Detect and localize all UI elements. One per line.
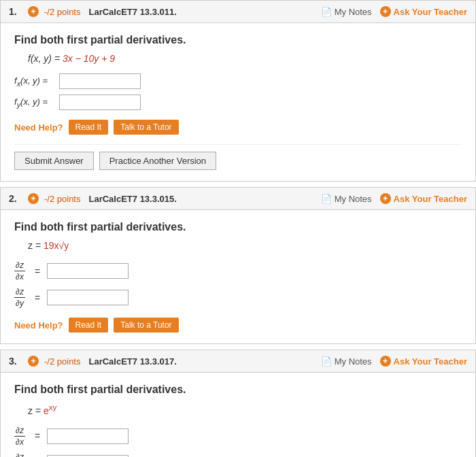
my-notes-btn-3[interactable]: 📄 My Notes — [321, 356, 372, 367]
plus-icon-1: + — [28, 6, 39, 17]
fraction-dzdy-3: ∂z ∂y — [14, 452, 25, 457]
problem-2-points: -/2 points — [44, 194, 80, 204]
problem-1-submit-row: Submit Answer Practice Another Version — [14, 144, 462, 170]
problem-3-input-dy: ∂z ∂y = — [14, 452, 462, 457]
ask-teacher-btn-1[interactable]: + Ask Your Teacher — [380, 6, 467, 17]
problem-2-id: LarCalcET7 13.3.015. — [88, 194, 176, 204]
my-notes-label-3: My Notes — [335, 356, 372, 367]
problem-1-header-right: 📄 My Notes + Ask Your Teacher — [321, 6, 467, 17]
input-dzdy-2[interactable] — [47, 290, 129, 305]
problem-1-need-help: Need Help? Read It Talk to a Tutor — [14, 120, 462, 135]
problem-1-header: 1. + -/2 points LarCalcET7 13.3.011. 📄 M… — [1, 1, 475, 23]
label-fx: fx(x, y) = — [14, 75, 55, 88]
read-it-btn-1[interactable]: Read It — [69, 120, 109, 135]
label-fy: fy(x, y) = — [14, 97, 55, 109]
fraction-dzdx-2: ∂z ∂x — [14, 260, 25, 282]
problem-2-input-dx: ∂z ∂x = — [14, 260, 462, 282]
input-dzdx-3[interactable] — [47, 428, 129, 444]
problem-1-title: Find both first partial derivatives. — [14, 34, 462, 46]
fraction-dzdy-2: ∂z ∂y — [14, 287, 25, 308]
problem-1-id: LarCalcET7 13.3.011. — [88, 7, 176, 17]
my-notes-btn-1[interactable]: 📄 My Notes — [321, 7, 372, 17]
input-dzdx-2[interactable] — [47, 263, 129, 279]
talk-tutor-btn-2[interactable]: Talk to a Tutor — [114, 318, 178, 333]
my-notes-label-2: My Notes — [335, 194, 372, 204]
problem-3-body: Find both first partial derivatives. z =… — [1, 373, 475, 457]
plus-icon-ask-1: + — [380, 6, 391, 17]
problem-2-body: Find both first partial derivatives. z =… — [1, 210, 475, 343]
problem-2-need-help: Need Help? Read It Talk to a Tutor — [14, 318, 462, 333]
eq2-value: 19x√y — [44, 240, 69, 251]
submit-btn-1[interactable]: Submit Answer — [14, 152, 94, 170]
plus-icon-ask-3: + — [380, 356, 391, 367]
plus-icon-3: + — [28, 356, 39, 367]
practice-btn-1[interactable]: Practice Another Version — [99, 152, 216, 170]
problem-3-input-dx: ∂z ∂x = — [14, 426, 462, 447]
eq1-label: f(x, y) = — [28, 53, 63, 64]
need-help-label-1: Need Help? — [14, 122, 63, 133]
problem-2-equation: z = 19x√y — [28, 240, 462, 251]
problem-3: 3. + -/2 points LarCalcET7 13.3.017. 📄 M… — [0, 350, 476, 457]
problem-3-id: LarCalcET7 13.3.017. — [88, 356, 176, 367]
ask-teacher-btn-3[interactable]: + Ask Your Teacher — [380, 356, 467, 367]
doc-icon-3: 📄 — [321, 356, 332, 367]
problem-1-number: 1. — [9, 6, 22, 17]
problem-2-input-dy: ∂z ∂y = — [14, 287, 462, 308]
ask-teacher-btn-2[interactable]: + Ask Your Teacher — [380, 193, 467, 204]
problem-1-input-fy: fy(x, y) = — [14, 95, 462, 110]
problem-1-body: Find both first partial derivatives. f(x… — [1, 23, 475, 181]
problem-2-title: Find both first partial derivatives. — [14, 221, 462, 233]
doc-icon-1: 📄 — [321, 7, 332, 17]
problem-3-header-right: 📄 My Notes + Ask Your Teacher — [321, 356, 467, 367]
problem-3-equation: z = exy — [28, 403, 462, 416]
problem-2-header-right: 📄 My Notes + Ask Your Teacher — [321, 193, 467, 204]
eq1-value: 3x − 10y + 9 — [63, 53, 115, 64]
problem-3-number: 3. — [9, 356, 22, 367]
doc-icon-2: 📄 — [321, 194, 332, 204]
ask-teacher-label-2: Ask Your Teacher — [394, 194, 467, 204]
ask-teacher-label-1: Ask Your Teacher — [394, 7, 467, 17]
need-help-label-2: Need Help? — [14, 320, 63, 331]
problem-2: 2. + -/2 points LarCalcET7 13.3.015. 📄 M… — [0, 187, 476, 344]
input-fy[interactable] — [59, 95, 141, 110]
problem-1-points: -/2 points — [44, 7, 80, 17]
my-notes-btn-2[interactable]: 📄 My Notes — [321, 194, 372, 204]
problem-3-header: 3. + -/2 points LarCalcET7 13.3.017. 📄 M… — [1, 350, 475, 373]
ask-teacher-label-3: Ask Your Teacher — [394, 356, 467, 367]
input-dzdy-3[interactable] — [47, 455, 129, 457]
talk-tutor-btn-1[interactable]: Talk to a Tutor — [114, 120, 178, 135]
read-it-btn-2[interactable]: Read It — [69, 318, 109, 333]
input-fx[interactable] — [59, 73, 141, 89]
problem-1-input-fx: fx(x, y) = — [14, 73, 462, 89]
problem-2-number: 2. — [9, 193, 22, 204]
problem-3-points: -/2 points — [44, 356, 80, 367]
problem-1: 1. + -/2 points LarCalcET7 13.3.011. 📄 M… — [0, 0, 476, 182]
my-notes-label-1: My Notes — [335, 7, 372, 17]
problem-1-equation: f(x, y) = 3x − 10y + 9 — [28, 53, 462, 64]
plus-icon-ask-2: + — [380, 193, 391, 204]
plus-icon-2: + — [28, 193, 39, 204]
problem-3-title: Find both first partial derivatives. — [14, 384, 462, 396]
eq3-value: exy — [44, 405, 56, 416]
fraction-dzdx-3: ∂z ∂x — [14, 426, 25, 447]
problem-2-header: 2. + -/2 points LarCalcET7 13.3.015. 📄 M… — [1, 188, 475, 210]
